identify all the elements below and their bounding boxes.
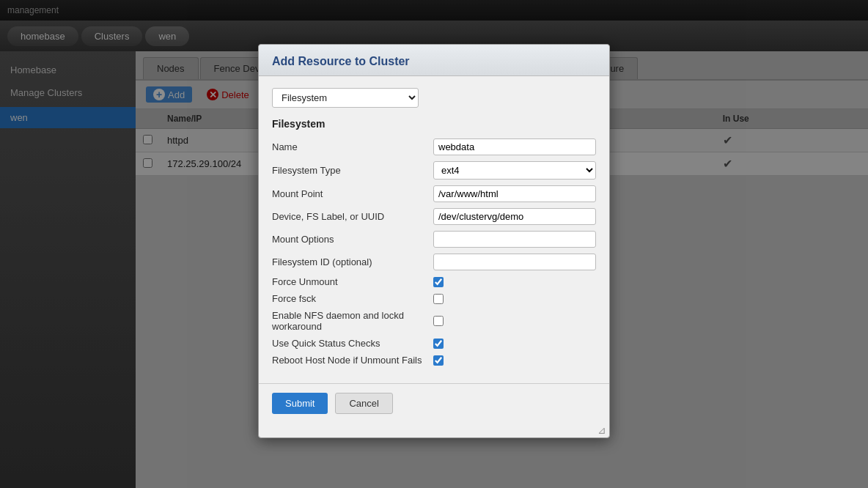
dialog-title: Add Resource to Cluster (272, 55, 596, 68)
field-name-input[interactable] (433, 138, 596, 155)
field-nfs-row: Enable NFS daemon and lockd workaround (272, 310, 596, 332)
field-force-unmount-checkbox[interactable] (433, 277, 444, 287)
field-quick-status-label: Use Quick Status Checks (272, 338, 433, 349)
resize-handle[interactable]: ⊿ (259, 423, 609, 437)
field-device-label: Device, FS Label, or UUID (272, 211, 433, 222)
resource-type-select[interactable]: Filesystem IP Address Script NFS Mount N… (272, 88, 419, 108)
field-force-fsck-checkbox[interactable] (433, 294, 444, 304)
dialog-footer: Submit Cancel (259, 383, 609, 423)
field-name-row: Name (272, 138, 596, 155)
resource-type-wrapper: Filesystem IP Address Script NFS Mount N… (272, 88, 596, 108)
field-reboot-host-checkbox[interactable] (433, 355, 444, 366)
filesystem-section-title: Filesystem (272, 118, 596, 130)
field-quick-status-checkbox[interactable] (433, 339, 444, 349)
field-fstype-row: Filesystem Type ext4 ext3 ext2 xfs nfs (272, 161, 596, 180)
field-force-fsck-row: Force fsck (272, 293, 596, 304)
field-mountpoint-label: Mount Point (272, 188, 433, 199)
submit-button[interactable]: Submit (272, 393, 328, 414)
field-reboot-host-label: Reboot Host Node if Unmount Fails (272, 355, 433, 366)
field-reboot-host-row: Reboot Host Node if Unmount Fails (272, 355, 596, 366)
field-device-input[interactable] (433, 208, 596, 225)
add-resource-dialog: Add Resource to Cluster Filesystem IP Ad… (258, 44, 610, 438)
modal-overlay: Add Resource to Cluster Filesystem IP Ad… (0, 0, 868, 488)
cancel-button[interactable]: Cancel (335, 393, 392, 414)
field-mountopts-row: Mount Options (272, 231, 596, 248)
field-mountpoint-input[interactable] (433, 185, 596, 202)
field-device-row: Device, FS Label, or UUID (272, 208, 596, 225)
field-fsid-label: Filesystem ID (optional) (272, 256, 433, 267)
field-mountopts-input[interactable] (433, 231, 596, 248)
field-name-label: Name (272, 141, 433, 152)
field-force-unmount-row: Force Unmount (272, 276, 596, 287)
field-force-fsck-label: Force fsck (272, 293, 433, 304)
field-mountpoint-row: Mount Point (272, 185, 596, 202)
field-fsid-input[interactable] (433, 254, 596, 270)
field-fsid-row: Filesystem ID (optional) (272, 254, 596, 270)
field-nfs-label: Enable NFS daemon and lockd workaround (272, 310, 433, 332)
dialog-body: Filesystem IP Address Script NFS Mount N… (259, 76, 609, 383)
field-force-unmount-label: Force Unmount (272, 276, 433, 287)
dialog-header: Add Resource to Cluster (259, 45, 609, 76)
field-mountopts-label: Mount Options (272, 234, 433, 245)
field-quick-status-row: Use Quick Status Checks (272, 338, 596, 349)
field-nfs-checkbox[interactable] (433, 316, 444, 326)
field-fstype-select[interactable]: ext4 ext3 ext2 xfs nfs (433, 161, 596, 180)
field-fstype-label: Filesystem Type (272, 165, 433, 176)
